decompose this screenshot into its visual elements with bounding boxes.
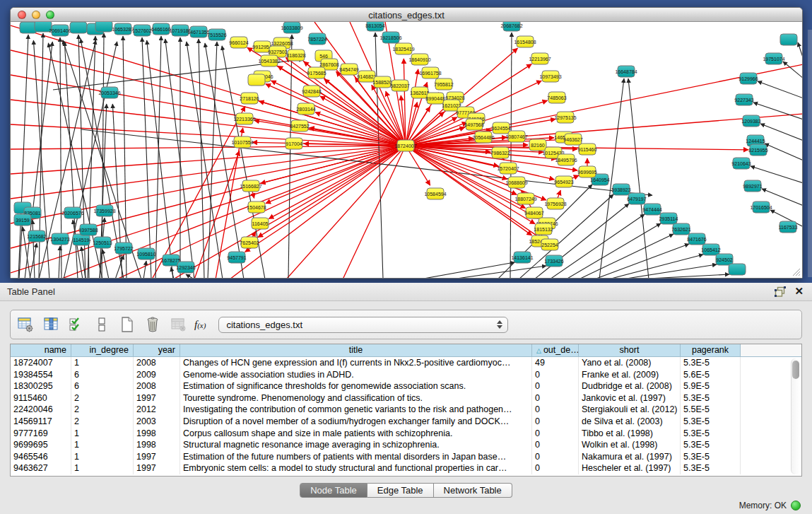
graph-node[interactable]: 9210643 <box>731 158 751 169</box>
table-cell[interactable]: 19384554 <box>11 369 71 381</box>
graph-node[interactable]: 2803144 <box>296 103 315 115</box>
table-row[interactable]: 977716911998Corpus callosum shape and si… <box>11 428 801 440</box>
network-window-titlebar[interactable]: citations_edges.txt <box>11 8 802 22</box>
table-cell[interactable]: 1 <box>71 428 134 440</box>
table-cell[interactable]: Jankovic et al. (1997) <box>579 392 681 404</box>
graph-node[interactable]: 17359928 <box>93 205 115 216</box>
table-cell[interactable]: 2 <box>71 392 134 404</box>
graph-node[interactable]: 18495796 <box>555 154 577 165</box>
graph-node[interactable]: 18325419 <box>392 43 414 54</box>
table-cell[interactable]: 5.3E-5 <box>681 451 741 463</box>
graph-node[interactable]: 6497568 <box>464 119 483 130</box>
graph-node[interactable]: 15166827 <box>240 180 261 192</box>
column-header-title[interactable]: title <box>180 344 532 357</box>
table-cell[interactable]: 5.6E-5 <box>681 369 741 381</box>
table-cell[interactable]: 1 <box>71 462 134 474</box>
table-cell[interactable]: 9463627 <box>11 462 71 474</box>
table-cell[interactable]: 5.3E-5 <box>681 416 741 428</box>
graph-node[interactable]: 8427552 <box>290 120 309 132</box>
table-cell[interactable]: Disruption of a novel member of a sodium… <box>180 416 532 428</box>
graph-node[interactable]: 9242848 <box>302 86 321 97</box>
graph-node[interactable]: 18724007 <box>394 140 416 151</box>
network-graph-canvas[interactable]: 2069140610653287152760264661601071918514… <box>11 22 802 278</box>
graph-node[interactable]: 15720407 <box>497 163 519 174</box>
table-cell[interactable]: Franke et al. (2009) <box>579 369 681 381</box>
graph-node[interactable]: 20687682 <box>500 22 522 31</box>
graph-node[interactable]: 10653287 <box>112 23 134 35</box>
graph-node[interactable]: 1815132 <box>534 223 553 235</box>
graph-node[interactable]: 1095810 <box>136 248 155 259</box>
graph-node[interactable]: 8813054 <box>365 22 384 31</box>
graph-node[interactable]: 12213967 <box>529 53 551 64</box>
graph-node[interactable]: 9474444 <box>642 204 661 215</box>
graph-node[interactable]: 12975135 <box>554 112 576 123</box>
graph-node[interactable]: 9115460 <box>578 144 597 155</box>
table-cell[interactable]: 9699695 <box>11 439 71 451</box>
function-builder-icon[interactable]: f(x) <box>194 319 206 331</box>
table-cell[interactable]: 9465546 <box>11 451 71 463</box>
graph-node[interactable]: 7485063 <box>547 92 566 103</box>
table-row[interactable]: 911546021997Tourette syndrome. Phenomeno… <box>11 392 801 404</box>
graph-node[interactable]: 9484067 <box>524 207 543 218</box>
graph-node[interactable] <box>780 34 797 45</box>
graph-node[interactable]: 7857224 <box>307 33 326 45</box>
column-visibility-icon[interactable] <box>40 315 61 334</box>
table-cell[interactable]: 6 <box>71 369 134 381</box>
tab-node-table[interactable]: Node Table <box>300 483 367 498</box>
graph-node[interactable]: 924502 <box>716 254 733 265</box>
graph-node[interactable]: 9397588 <box>78 224 98 235</box>
graph-node[interactable]: 1065412 <box>701 244 720 255</box>
table-cell[interactable]: 1997 <box>134 392 180 404</box>
table-row[interactable]: 1938455462009Genome-wide association stu… <box>11 369 801 381</box>
table-cell[interactable]: 5.5E-5 <box>681 404 741 416</box>
network-window[interactable]: citations_edges.txt 20691406106532871527… <box>10 7 803 279</box>
delete-table-icon[interactable] <box>167 315 189 334</box>
graph-node[interactable]: 1504678 <box>247 201 266 213</box>
table-cell[interactable]: Embryonic stem cells: a model to study s… <box>180 462 532 474</box>
table-cell[interactable]: 2008 <box>134 357 180 369</box>
float-panel-icon[interactable] <box>775 286 786 297</box>
graph-node[interactable]: 16033809 <box>281 22 302 33</box>
table-row[interactable]: 946362711997Embryonic stem cells: a mode… <box>11 462 801 474</box>
table-options-icon[interactable] <box>15 315 36 334</box>
table-cell[interactable]: 5.3E-5 <box>681 439 741 451</box>
table-cell[interactable]: 49 <box>532 357 579 369</box>
graph-node[interactable]: 1304273 <box>50 233 69 245</box>
column-header-pagerank[interactable]: pagerank <box>681 344 741 357</box>
table-cell[interactable]: 0 <box>532 451 579 463</box>
table-row[interactable]: 2242004622012Investigating the contribut… <box>11 404 801 416</box>
clear-selection-icon[interactable] <box>91 315 112 334</box>
table-cell[interactable]: 22420046 <box>11 404 71 416</box>
table-cell[interactable]: 1998 <box>134 439 180 451</box>
table-cell[interactable]: 0 <box>532 428 579 440</box>
table-cell[interactable]: 1 <box>71 451 134 463</box>
table-cell[interactable]: 0 <box>532 369 579 381</box>
graph-node[interactable] <box>95 22 112 32</box>
graph-node[interactable]: 1795722 <box>114 243 133 254</box>
graph-node[interactable]: 9463627 <box>563 134 582 145</box>
graph-node[interactable]: 252254 <box>541 239 558 250</box>
graph-node[interactable]: 17016504 <box>750 201 772 213</box>
graph-node[interactable]: 1215682 <box>27 230 46 242</box>
graph-node[interactable]: 6479197 <box>627 193 646 204</box>
table-cell[interactable]: Estimation of the future numbers of pati… <box>180 451 532 463</box>
table-cell[interactable]: 5.3E-5 <box>681 357 741 369</box>
table-cell[interactable]: Tourette syndrome. Phenomenology and cla… <box>180 392 532 404</box>
table-row[interactable]: 1872400712008Changes of HCN gene express… <box>11 357 801 369</box>
graph-node[interactable]: 116405 <box>252 218 269 229</box>
table-cell[interactable]: Yano et al. (2008) <box>579 357 681 369</box>
table-row[interactable]: 946554611997Estimation of the future num… <box>11 451 801 463</box>
graph-node[interactable]: 9660124 <box>229 37 248 48</box>
graph-node[interactable]: 16648784 <box>615 66 637 77</box>
graph-node[interactable]: 16961758 <box>419 67 441 78</box>
graph-node[interactable]: 20206576 <box>61 207 83 218</box>
table-cell[interactable]: 2008 <box>134 380 180 392</box>
graph-node[interactable]: 1588520 <box>372 76 392 88</box>
column-header-out_de[interactable]: △out_de… <box>532 344 579 357</box>
table-cell[interactable]: 5.9E-5 <box>681 380 741 392</box>
table-cell[interactable]: de Silva et al. (2003) <box>579 416 681 428</box>
graph-node[interactable]: 5822037 <box>390 80 409 91</box>
row-selection-icon[interactable] <box>66 315 87 334</box>
graph-node[interactable]: 1527602 <box>132 25 151 36</box>
graph-node[interactable]: 20691406 <box>49 25 71 36</box>
